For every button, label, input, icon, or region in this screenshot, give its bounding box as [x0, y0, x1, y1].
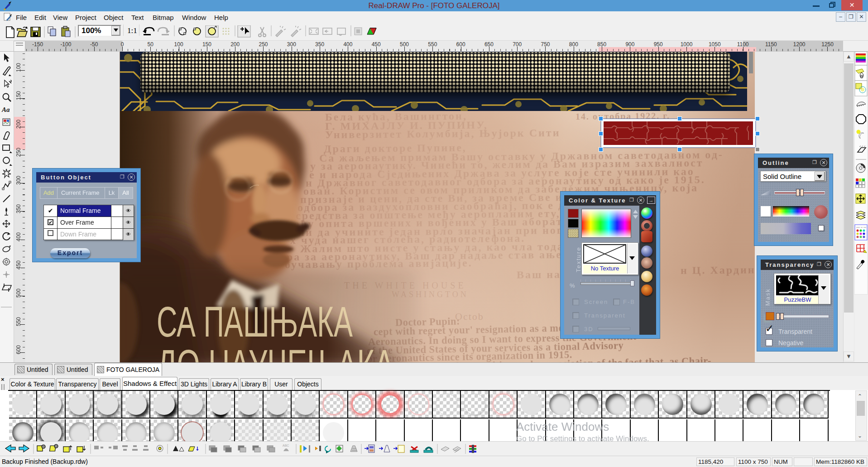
- svg-text:Aa: Aa: [1, 106, 10, 113]
- svg-text:ABC: ABC: [283, 444, 289, 447]
